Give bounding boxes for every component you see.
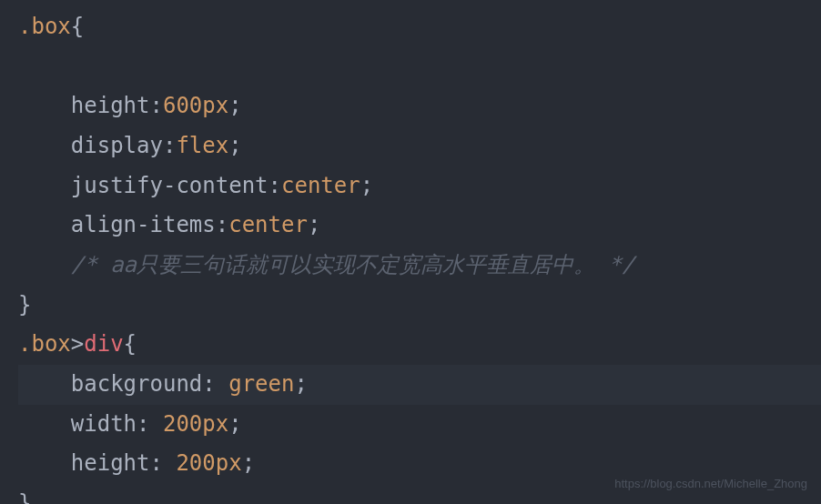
open-brace: { (71, 14, 84, 39)
css-selector: .box (18, 331, 71, 357)
semicolon: ; (228, 93, 241, 118)
code-line-active: background: green; (18, 365, 821, 405)
close-brace: } (18, 292, 31, 318)
combinator: > (71, 331, 84, 357)
semicolon: ; (242, 450, 255, 476)
css-property: background (71, 371, 203, 397)
code-editor[interactable]: .box{ height:600px; display:flex; justif… (18, 7, 821, 504)
colon: : (150, 450, 177, 476)
code-line: } (18, 286, 821, 326)
colon: : (137, 411, 163, 437)
code-line (18, 47, 821, 87)
css-value: 200px (176, 450, 241, 476)
css-selector-tag: div (84, 331, 123, 357)
css-property: justify-content (71, 173, 269, 198)
code-line: .box>div{ (18, 325, 821, 365)
code-line: align-items:center; (18, 206, 821, 246)
colon: : (163, 133, 176, 158)
colon: : (202, 371, 228, 397)
css-comment: /* aa只要三句话就可以实现不定宽高水平垂直居中。 */ (71, 252, 635, 277)
css-property: height (71, 93, 150, 118)
colon: : (269, 173, 281, 198)
colon: : (216, 212, 228, 237)
css-property: width (71, 411, 137, 437)
css-value: flex (176, 133, 228, 158)
css-selector: .box (18, 14, 71, 39)
close-brace: } (18, 490, 31, 504)
semicolon: ; (228, 411, 241, 437)
code-line: display:flex; (18, 126, 821, 166)
colon: : (150, 93, 163, 118)
semicolon: ; (228, 133, 241, 158)
css-value: 600px (163, 93, 228, 118)
css-value: center (228, 212, 308, 237)
watermark: https://blog.csdn.net/Michelle_Zhong (614, 473, 807, 495)
code-line: width: 200px; (18, 405, 821, 445)
semicolon: ; (294, 371, 307, 397)
open-brace: { (124, 331, 137, 357)
semicolon: ; (360, 173, 373, 198)
code-line: justify-content:center; (18, 166, 821, 207)
code-line: height:600px; (18, 86, 821, 126)
css-value: green (228, 371, 294, 397)
code-line: .box{ (18, 7, 821, 47)
code-line: /* aa只要三句话就可以实现不定宽高水平垂直居中。 */ (18, 246, 821, 286)
css-value: 200px (163, 411, 228, 437)
css-property: display (71, 133, 163, 158)
css-property: align-items (71, 212, 216, 237)
semicolon: ; (308, 212, 320, 237)
css-property: height (71, 450, 150, 476)
css-value: center (281, 173, 360, 198)
